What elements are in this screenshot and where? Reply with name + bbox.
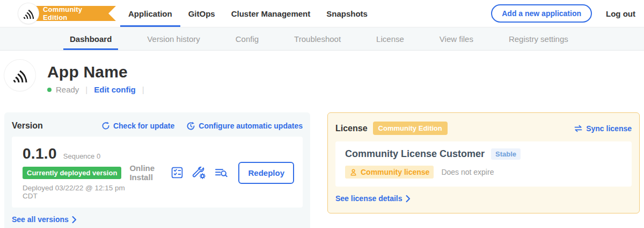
app-name-title: App Name (47, 63, 151, 81)
community-license-label: Community license (361, 168, 429, 176)
channel-stable-badge: Stable (491, 148, 521, 160)
ribbon-label: Community Edition (43, 5, 101, 22)
brand: Community Edition (0, 0, 116, 27)
version-number: 0.1.0 (23, 145, 57, 162)
tab-license[interactable]: License (370, 27, 411, 50)
sync-license-link[interactable]: Sync license (574, 124, 632, 133)
redeploy-button[interactable]: Redeploy (238, 162, 294, 184)
check-for-update-link[interactable]: Check for update (101, 122, 174, 130)
install-type-label: Online Install (129, 163, 161, 182)
tab-version-history[interactable]: Version history (141, 27, 206, 50)
ready-status-dot-icon (47, 88, 52, 92)
chevron-right-icon (406, 195, 411, 202)
brand-logo-circle (18, 3, 39, 24)
check-for-update-label: Check for update (113, 122, 174, 130)
chevron-right-icon (72, 216, 77, 223)
app-header: App Name Ready | Edit config | (4, 60, 640, 94)
view-logs-magnifier-icon[interactable] (214, 166, 228, 180)
app-sub-nav: Dashboard Version history Config Trouble… (0, 27, 644, 51)
license-card-actions: Sync license (574, 124, 632, 133)
refresh-icon (101, 122, 110, 130)
tab-config[interactable]: Config (229, 27, 265, 50)
license-card: License Community Edition Sync license (327, 112, 640, 213)
top-nav: Community Edition Application GitOps Clu… (0, 0, 644, 27)
app-status-row: Ready | Edit config | (47, 85, 151, 94)
top-nav-item-snapshots[interactable]: Snapshots (318, 0, 376, 27)
dashboard-main: App Name Ready | Edit config | Version (0, 51, 644, 228)
version-actions: Online Install (129, 162, 294, 184)
top-nav-item-application[interactable]: Application (120, 0, 180, 27)
community-license-badge: Community license (345, 166, 434, 179)
tab-troubleshoot[interactable]: Troubleshoot (288, 27, 347, 50)
person-icon (349, 168, 357, 176)
preflight-checks-icon[interactable] (170, 166, 184, 180)
version-card-title: Version (12, 121, 43, 131)
top-nav-right: Add a new application Log out (491, 4, 644, 23)
community-edition-ribbon: Community Edition (28, 6, 116, 21)
replicated-app-icon (11, 67, 28, 84)
clock-refresh-icon (186, 122, 195, 131)
version-card-header: Version Check for update (12, 121, 303, 131)
license-expiry-label: Does not expire (441, 168, 494, 176)
currently-deployed-badge: Currently deployed version (23, 167, 121, 179)
sync-license-label: Sync license (586, 124, 632, 133)
sync-arrows-icon (574, 125, 583, 132)
version-details: 0.1.0 Sequence 0 Currently deployed vers… (23, 145, 129, 200)
see-all-versions-link[interactable]: See all versions (12, 215, 77, 224)
divider: | (85, 85, 87, 94)
add-new-application-button[interactable]: Add a new application (491, 4, 592, 23)
license-card-header: License Community Edition Sync license (335, 122, 632, 135)
sequence-label: Sequence 0 (63, 152, 100, 160)
see-license-details-link[interactable]: See license details (335, 194, 411, 203)
license-details-box: Community License Customer Stable Commun… (335, 141, 632, 187)
current-version-box: 0.1.0 Sequence 0 Currently deployed vers… (12, 137, 303, 208)
replicated-logo-icon (22, 7, 35, 20)
version-card: Version Check for update (4, 112, 310, 228)
wrench-gear-config-icon[interactable] (192, 166, 206, 180)
tab-view-files[interactable]: View files (433, 27, 480, 50)
configure-automatic-updates-link[interactable]: Configure automatic updates (186, 122, 303, 131)
see-license-details-label: See license details (335, 194, 402, 203)
customer-name: Community License Customer (345, 148, 485, 160)
tab-dashboard[interactable]: Dashboard (63, 27, 118, 50)
see-all-versions-label: See all versions (12, 215, 69, 224)
log-out-link[interactable]: Log out (606, 9, 635, 18)
configure-automatic-updates-label: Configure automatic updates (199, 122, 303, 130)
app-title-block: App Name Ready | Edit config | (47, 60, 151, 94)
tab-registry-settings[interactable]: Registry settings (502, 27, 575, 50)
license-card-title: License (335, 124, 368, 133)
app-status-label: Ready (56, 85, 79, 94)
divider: | (142, 85, 144, 94)
dashboard-cards: Version Check for update (4, 112, 640, 228)
top-nav-item-cluster-management[interactable]: Cluster Management (223, 0, 319, 27)
deployed-timestamp: Deployed 03/22/22 @ 12:15 pm CDT (23, 184, 129, 200)
version-card-actions: Check for update Configure automatic upd… (101, 122, 303, 131)
app-avatar (4, 60, 35, 91)
community-edition-badge: Community Edition (373, 122, 448, 135)
top-nav-item-gitops[interactable]: GitOps (180, 0, 223, 27)
top-nav-links: Application GitOps Cluster Management Sn… (120, 0, 376, 27)
edit-config-link[interactable]: Edit config (94, 85, 136, 94)
